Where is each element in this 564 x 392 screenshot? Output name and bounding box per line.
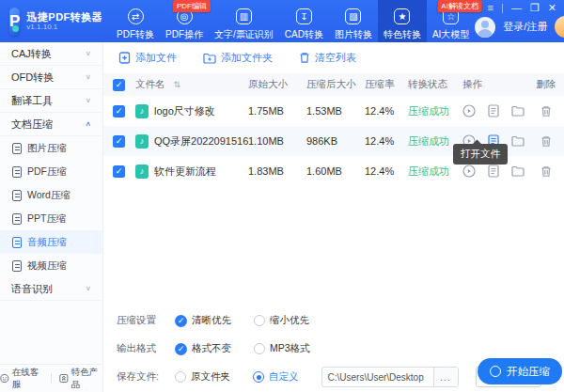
window-controls-divider <box>502 4 503 13</box>
doc-icon <box>12 143 22 154</box>
add-folder-icon <box>203 53 216 64</box>
compress-setting-row: 压缩设置 ✓ 清晰优先 缩小优先 <box>117 310 564 331</box>
minimize-icon[interactable]: — <box>511 3 522 13</box>
app-logo-icon: P <box>9 8 20 36</box>
pdf-edit-badge: PDF编辑 <box>173 0 211 12</box>
row-checkbox[interactable]: ✓ <box>113 135 125 148</box>
featured-convert-icon: ★ <box>394 8 410 24</box>
start-circle-icon <box>490 366 501 377</box>
ocr-icon: ▥ <box>236 8 252 24</box>
doc-icon <box>12 237 22 248</box>
smiley-service-icon <box>0 373 9 384</box>
online-service-link[interactable]: 在线客服 <box>0 367 43 391</box>
add-file-icon <box>118 52 131 64</box>
sidebar-item-audio-compress[interactable]: 音频压缩 <box>0 230 102 254</box>
sidebar-group-speech[interactable]: 语音识别 ∨ <box>0 277 102 301</box>
start-compress-button[interactable]: 开始压缩 <box>478 358 562 384</box>
featured-products-link[interactable]: 特色产品 <box>59 367 102 391</box>
option-quality-first[interactable]: ✓ 清晰优先 <box>175 314 231 327</box>
footer-divider <box>51 373 52 384</box>
tab-ai-model[interactable]: AI解读文档 ☆ AI大模型 <box>427 0 475 42</box>
sidebar-group-doc-compress[interactable]: 文档压缩 ∧ <box>0 113 102 136</box>
tab-pdf-convert[interactable]: ⇄ PDF转换 <box>111 0 160 42</box>
delete-row-icon[interactable] <box>540 165 552 178</box>
compress-setting-label: 压缩设置 <box>117 314 165 327</box>
table-header: ✓ 文件名 ⇅ 原始大小 压缩后大小 压缩率 转换状态 操作 删除 <box>103 73 564 96</box>
avatar[interactable] <box>475 17 495 38</box>
open-folder-icon[interactable] <box>511 165 525 177</box>
open-folder-icon[interactable] <box>511 105 525 117</box>
close-icon[interactable]: ✕ <box>548 3 556 13</box>
doc-icon <box>12 190 22 201</box>
save-path-input[interactable]: C:\Users\User\Desktop <box>322 372 433 383</box>
sort-icon[interactable]: ⇅ <box>174 80 181 89</box>
sidebar-item-video-compress[interactable]: 视频压缩 <box>0 254 102 277</box>
trash-icon <box>299 52 310 64</box>
audio-file-icon: ♪ <box>135 165 149 179</box>
maximize-icon[interactable]: ❐ <box>530 3 540 13</box>
header-actions: 操作 <box>462 78 534 91</box>
logo-area: P 迅捷PDF转换器 v1.1.10.1 <box>0 0 111 42</box>
radio-selected-icon <box>253 371 264 383</box>
doc-icon <box>12 260 22 272</box>
sidebar-item-ppt-compress[interactable]: PPT压缩 <box>0 207 102 230</box>
option-custom-folder[interactable]: 自定义 <box>253 370 299 384</box>
cad-convert-icon: ↧ <box>296 8 312 24</box>
save-location-label: 保存文件: <box>117 370 165 384</box>
sidebar: CAJ转换 ∨ OFD转换 ∨ 翻译工具 ∨ 文档压缩 ∧ 图片压缩 PDF压缩 <box>0 42 103 392</box>
open-file-tooltip: 打开文件 <box>453 144 508 165</box>
header-compressed-size: 压缩后大小 <box>306 78 365 91</box>
tab-cad-convert[interactable]: ↧ CAD转换 <box>279 0 329 42</box>
compress-rate: 12.4% <box>365 135 408 147</box>
tab-image-convert[interactable]: ▨ 图片转换 <box>329 0 378 42</box>
add-folder-button[interactable]: 添加文件夹 <box>203 51 273 65</box>
chevron-down-icon: ∨ <box>85 285 91 292</box>
sidebar-group-translate[interactable]: 翻译工具 ∨ <box>0 89 102 113</box>
pdf-convert-icon: ⇄ <box>128 8 144 24</box>
open-file-icon[interactable] <box>488 165 499 178</box>
main-area: 添加文件 添加文件夹 清空列表 ✓ 文件名 ⇅ 原始大小 压缩后大小 <box>103 42 564 392</box>
ai-doc-badge: AI解读文档 <box>437 0 482 12</box>
save-path-field: C:\Users\User\Desktop ... <box>321 367 459 387</box>
sidebar-group-caj[interactable]: CAJ转换 ∨ <box>0 42 102 66</box>
tab-ocr[interactable]: ▥ 文字/票证识别 <box>209 0 279 42</box>
header-file-name[interactable]: 文件名 <box>135 78 165 91</box>
sidebar-item-pdf-compress[interactable]: PDF压缩 <box>0 160 102 183</box>
option-keep-format[interactable]: ✓ 格式不变 <box>175 342 231 355</box>
table-row: ✓ ♪ logo尺寸修改 1.75MB 1.53MB 12.4% 压缩成功 <box>103 96 564 126</box>
header-delete: 删除 <box>534 78 558 91</box>
window-controls: ≡ — ❐ ✕ <box>487 3 556 13</box>
option-mp3-format[interactable]: MP3格式 <box>254 342 310 355</box>
file-name: 软件更新流程 <box>154 165 216 179</box>
browse-button[interactable]: ... <box>433 368 458 386</box>
play-icon[interactable] <box>462 104 476 118</box>
delete-row-icon[interactable] <box>540 135 552 148</box>
compressed-size: 986KB <box>306 135 365 147</box>
sidebar-item-image-compress[interactable]: 图片压缩 <box>0 136 102 160</box>
clear-list-button[interactable]: 清空列表 <box>299 51 356 65</box>
tab-pdf-operate[interactable]: PDF编辑 ◎ PDF操作 <box>160 0 209 42</box>
row-checkbox[interactable]: ✓ <box>113 105 125 118</box>
delete-row-icon[interactable] <box>540 105 552 118</box>
open-file-icon[interactable] <box>488 104 499 118</box>
login-register-link[interactable]: 登录/注册 <box>503 20 547 34</box>
file-toolbar: 添加文件 添加文件夹 清空列表 <box>103 42 564 73</box>
menu-icon[interactable]: ≡ <box>487 3 493 13</box>
row-checkbox[interactable]: ✓ <box>113 165 125 178</box>
compress-rate: 12.4% <box>365 165 408 177</box>
add-file-button[interactable]: 添加文件 <box>118 51 177 65</box>
select-all-checkbox[interactable]: ✓ <box>113 79 125 91</box>
compressed-size: 1.53MB <box>306 105 365 117</box>
top-navigation: ⇄ PDF转换 PDF编辑 ◎ PDF操作 ▥ 文字/票证识别 ↧ CAD转换 … <box>111 0 475 42</box>
radio-checked-icon: ✓ <box>175 315 187 327</box>
tab-featured-convert[interactable]: ★ 特色转换 <box>378 0 427 42</box>
option-original-folder[interactable]: 原文件夹 <box>175 370 230 384</box>
option-size-first[interactable]: 缩小优先 <box>254 314 309 327</box>
open-folder-icon[interactable] <box>511 135 525 147</box>
sidebar-group-ofd[interactable]: OFD转换 ∨ <box>0 66 102 89</box>
play-icon[interactable] <box>462 165 476 178</box>
open-vip-button[interactable]: ♥ 开通VIP <box>555 16 564 38</box>
radio-checked-icon: ✓ <box>175 343 187 355</box>
sidebar-item-word-compress[interactable]: Word压缩 <box>0 183 102 207</box>
status-badge: 压缩成功 <box>408 165 462 179</box>
